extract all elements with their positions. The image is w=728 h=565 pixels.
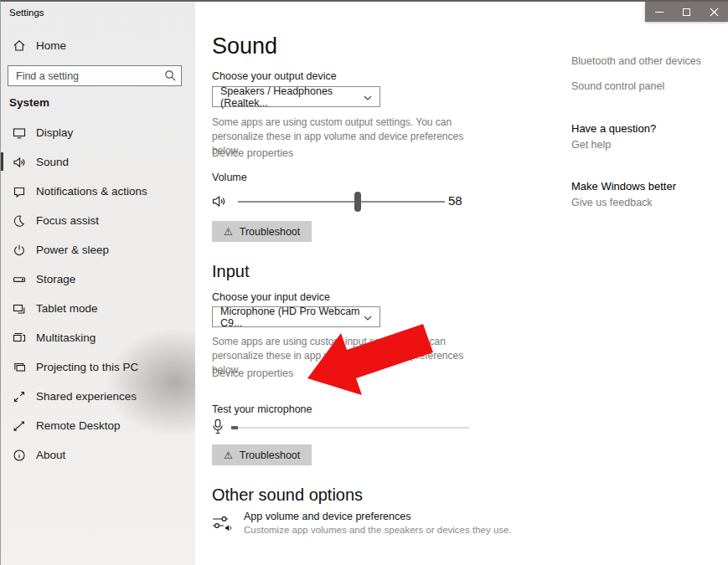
home-icon [13,39,26,52]
input-device-properties-link[interactable]: Device properties [212,367,293,379]
sound-control-panel-link[interactable]: Sound control panel [571,80,664,92]
maximize-icon [683,8,690,16]
window-controls [645,2,728,22]
page-title: Sound [212,33,277,59]
give-us-feedback-link[interactable]: Give us feedback [571,197,653,208]
sidebar-item-storage[interactable]: Storage [1,265,195,294]
volume-label: Volume [212,172,247,183]
sidebar-item-label: Storage [36,273,75,285]
bluetooth-devices-link[interactable]: Bluetooth and other devices [571,55,701,67]
input-section-title: Input [212,262,249,281]
sidebar-item-label: Multitasking [36,331,96,344]
volume-slider-row: 58 [212,192,463,212]
troubleshoot-input-button[interactable]: ⚠ Troubleshoot [212,444,312,465]
volume-value: 58 [448,193,462,208]
minimize-icon [655,12,663,13]
volume-slider-thumb[interactable] [354,192,361,212]
microphone-level-track [231,427,469,429]
shared-experiences-icon [13,390,26,403]
sidebar-item-about[interactable]: About [1,440,195,470]
sidebar-item-display[interactable]: Display [1,118,195,147]
output-device-label: Choose your output device [212,70,337,82]
app-volume-subtitle: Customize app volumes and the speakers o… [244,525,512,535]
search-box [8,65,182,86]
app-volume-preferences-item[interactable]: App volume and device preferences Custom… [212,511,512,537]
sidebar-item-tablet-mode[interactable]: Tablet mode [1,294,195,323]
search-icon[interactable] [164,69,176,81]
sidebar-item-remote-desktop[interactable]: Remote Desktop [1,411,195,440]
sidebar-item-label: Tablet mode [36,302,98,315]
output-device-value: Speakers / Headphones (Realtek... [220,85,364,109]
notifications-icon [13,185,26,198]
have-a-question-header: Have a question? [571,122,656,135]
info-icon [13,449,26,462]
power-icon [13,244,26,257]
microphone-level-indicator [231,426,238,429]
multitasking-icon [13,331,26,345]
speaker-icon[interactable] [212,194,227,212]
sidebar-nav: Display Sound Notifications & actions Fo… [1,118,195,470]
tablet-mode-icon [13,302,26,316]
sidebar: Settings Home System Display Sound [1,2,195,565]
troubleshoot-label: Troubleshoot [240,226,301,238]
volume-slider-track[interactable] [238,201,445,203]
input-device-value: Microphone (HD Pro Webcam C9... [220,306,364,329]
display-icon [13,126,26,140]
close-button[interactable] [700,2,728,22]
moon-icon [13,214,26,228]
mixer-icon [212,511,233,537]
close-icon [710,8,719,17]
troubleshoot-output-button[interactable]: ⚠ Troubleshoot [212,221,312,242]
sound-icon [13,156,26,169]
sidebar-item-projecting[interactable]: Projecting to this PC [1,352,195,382]
input-device-label: Choose your input device [212,291,330,303]
sidebar-item-shared-experiences[interactable]: Shared experiences [1,382,195,411]
search-input[interactable] [8,65,182,86]
sidebar-item-label: Power & sleep [36,244,109,256]
sidebar-home-label: Home [36,39,66,52]
chevron-down-icon [364,91,372,103]
sidebar-item-label: Shared experiences [36,390,137,403]
sidebar-item-power-sleep[interactable]: Power & sleep [1,235,195,265]
sidebar-item-label: Remote Desktop [36,419,121,432]
test-microphone-label: Test your microphone [212,403,312,415]
output-device-properties-link[interactable]: Device properties [212,147,293,159]
sidebar-item-label: Notifications & actions [36,185,147,198]
warning-icon: ⚠ [224,449,233,461]
other-sound-options-title: Other sound options [212,485,363,505]
storage-icon [13,273,26,286]
output-device-select[interactable]: Speakers / Headphones (Realtek... [212,86,380,107]
sidebar-item-label: About [36,449,65,461]
sidebar-item-multitasking[interactable]: Multitasking [1,323,195,352]
remote-desktop-icon [13,419,26,433]
main-content: Sound Choose your output device Speakers… [212,2,547,565]
maximize-button[interactable] [673,2,700,22]
make-windows-better-header: Make Windows better [571,180,676,193]
sidebar-section-label: System [9,96,49,109]
input-device-select[interactable]: Microphone (HD Pro Webcam C9... [212,306,380,327]
sidebar-item-home[interactable]: Home [13,39,66,52]
sidebar-item-label: Sound [36,156,69,168]
sidebar-item-label: Focus assist [36,214,99,227]
settings-window: Settings Home System Display Sound [0,0,728,565]
sidebar-item-label: Projecting to this PC [36,361,138,373]
sidebar-item-label: Display [36,126,73,139]
troubleshoot-label: Troubleshoot [240,449,301,461]
window-title: Settings [9,8,44,18]
warning-icon: ⚠ [224,226,233,238]
microphone-icon [212,419,224,439]
microphone-level-row [212,419,472,437]
sidebar-item-sound[interactable]: Sound [1,147,195,177]
projecting-icon [13,361,26,374]
minimize-button[interactable] [645,2,673,22]
get-help-link[interactable]: Get help [571,139,611,151]
sidebar-item-notifications[interactable]: Notifications & actions [1,177,195,206]
sidebar-item-focus-assist[interactable]: Focus assist [1,206,195,235]
app-volume-title: App volume and device preferences [244,511,512,522]
chevron-down-icon [364,311,372,323]
